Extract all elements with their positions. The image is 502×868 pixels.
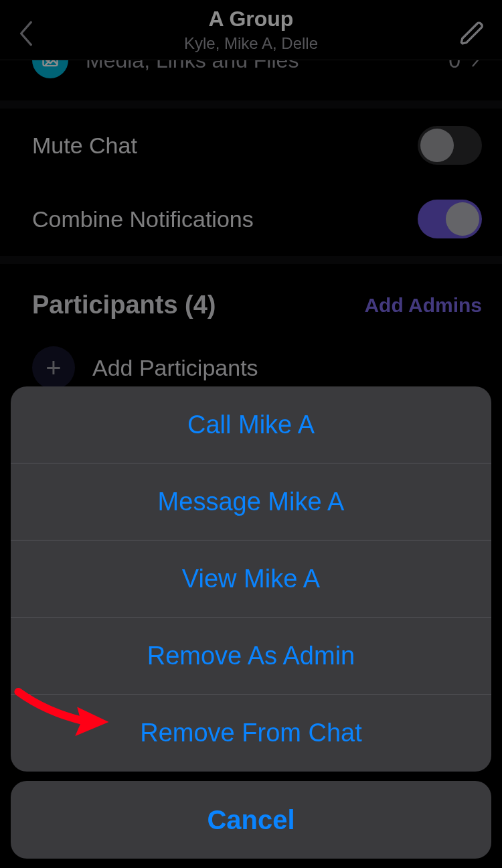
annotation-arrow-icon: [0, 682, 127, 742]
sheet-call[interactable]: Call Mike A: [11, 386, 491, 463]
sheet-view[interactable]: View Mike A: [11, 540, 491, 618]
action-sheet: Call Mike A Message Mike A View Mike A R…: [11, 386, 491, 859]
sheet-cancel[interactable]: Cancel: [11, 781, 491, 859]
sheet-message[interactable]: Message Mike A: [11, 463, 491, 540]
